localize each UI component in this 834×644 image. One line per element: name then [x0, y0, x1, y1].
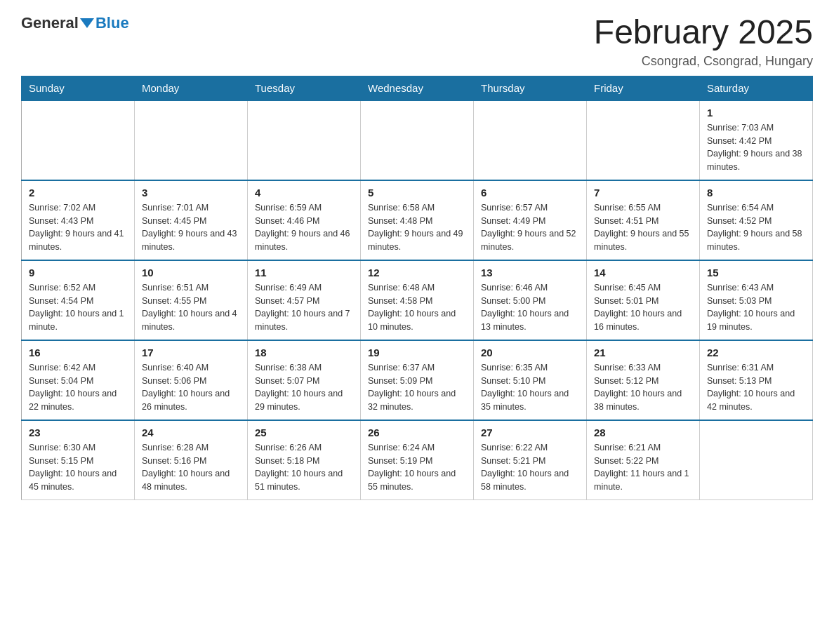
calendar-cell: 14Sunrise: 6:45 AMSunset: 5:01 PMDayligh… — [587, 260, 700, 340]
day-info: Sunrise: 6:40 AMSunset: 5:06 PMDaylight:… — [142, 361, 240, 414]
calendar-cell: 10Sunrise: 6:51 AMSunset: 4:55 PMDayligh… — [135, 260, 248, 340]
day-info: Sunrise: 6:45 AMSunset: 5:01 PMDaylight:… — [594, 281, 692, 334]
day-info: Sunrise: 6:38 AMSunset: 5:07 PMDaylight:… — [255, 361, 353, 414]
calendar-cell: 2Sunrise: 7:02 AMSunset: 4:43 PMDaylight… — [22, 180, 135, 260]
title-section: February 2025 Csongrad, Csongrad, Hungar… — [594, 14, 813, 69]
day-info: Sunrise: 6:28 AMSunset: 5:16 PMDaylight:… — [142, 441, 240, 494]
page-header: General Blue February 2025 Csongrad, Cso… — [21, 14, 813, 69]
location-label: Csongrad, Csongrad, Hungary — [594, 54, 813, 69]
calendar-cell: 22Sunrise: 6:31 AMSunset: 5:13 PMDayligh… — [700, 340, 813, 420]
day-number: 22 — [707, 347, 805, 358]
day-info: Sunrise: 6:30 AMSunset: 5:15 PMDaylight:… — [29, 441, 127, 494]
calendar-cell: 8Sunrise: 6:54 AMSunset: 4:52 PMDaylight… — [700, 180, 813, 260]
calendar-cell — [700, 420, 813, 500]
day-number: 3 — [142, 187, 240, 199]
day-info: Sunrise: 6:55 AMSunset: 4:51 PMDaylight:… — [594, 201, 692, 254]
calendar-cell — [22, 100, 135, 180]
day-info: Sunrise: 6:46 AMSunset: 5:00 PMDaylight:… — [481, 281, 579, 334]
week-row-1: 1Sunrise: 7:03 AMSunset: 4:42 PMDaylight… — [22, 100, 813, 180]
logo-general-text: General — [21, 14, 79, 32]
day-number: 10 — [142, 267, 240, 279]
calendar-cell — [587, 100, 700, 180]
day-info: Sunrise: 6:24 AMSunset: 5:19 PMDaylight:… — [368, 441, 466, 494]
calendar-cell: 15Sunrise: 6:43 AMSunset: 5:03 PMDayligh… — [700, 260, 813, 340]
calendar-cell: 1Sunrise: 7:03 AMSunset: 4:42 PMDaylight… — [700, 100, 813, 180]
day-number: 19 — [368, 347, 466, 358]
day-info: Sunrise: 6:21 AMSunset: 5:22 PMDaylight:… — [594, 441, 692, 494]
calendar-cell: 24Sunrise: 6:28 AMSunset: 5:16 PMDayligh… — [135, 420, 248, 500]
calendar-cell: 17Sunrise: 6:40 AMSunset: 5:06 PMDayligh… — [135, 340, 248, 420]
day-info: Sunrise: 6:42 AMSunset: 5:04 PMDaylight:… — [29, 361, 127, 414]
day-number: 11 — [255, 267, 353, 279]
weekday-header-tuesday: Tuesday — [248, 76, 361, 100]
day-number: 9 — [29, 267, 127, 279]
day-number: 18 — [255, 347, 353, 358]
day-number: 27 — [481, 427, 579, 438]
day-number: 8 — [707, 187, 805, 199]
day-number: 6 — [481, 187, 579, 199]
calendar-cell: 11Sunrise: 6:49 AMSunset: 4:57 PMDayligh… — [248, 260, 361, 340]
calendar-cell: 13Sunrise: 6:46 AMSunset: 5:00 PMDayligh… — [474, 260, 587, 340]
day-info: Sunrise: 6:59 AMSunset: 4:46 PMDaylight:… — [255, 201, 353, 254]
calendar-cell: 28Sunrise: 6:21 AMSunset: 5:22 PMDayligh… — [587, 420, 700, 500]
calendar-cell: 25Sunrise: 6:26 AMSunset: 5:18 PMDayligh… — [248, 420, 361, 500]
logo-blue-text: Blue — [95, 14, 129, 32]
day-info: Sunrise: 6:22 AMSunset: 5:21 PMDaylight:… — [481, 441, 579, 494]
day-info: Sunrise: 6:26 AMSunset: 5:18 PMDaylight:… — [255, 441, 353, 494]
day-number: 15 — [707, 267, 805, 279]
day-number: 7 — [594, 187, 692, 199]
day-number: 2 — [29, 187, 127, 199]
day-number: 12 — [368, 267, 466, 279]
calendar-cell — [361, 100, 474, 180]
day-info: Sunrise: 7:01 AMSunset: 4:45 PMDaylight:… — [142, 201, 240, 254]
calendar-cell: 20Sunrise: 6:35 AMSunset: 5:10 PMDayligh… — [474, 340, 587, 420]
calendar-cell — [135, 100, 248, 180]
day-number: 16 — [29, 347, 127, 358]
weekday-header-row: SundayMondayTuesdayWednesdayThursdayFrid… — [22, 76, 813, 100]
calendar-cell: 9Sunrise: 6:52 AMSunset: 4:54 PMDaylight… — [22, 260, 135, 340]
month-title: February 2025 — [594, 14, 813, 51]
calendar-table: SundayMondayTuesdayWednesdayThursdayFrid… — [21, 76, 813, 500]
calendar-cell: 7Sunrise: 6:55 AMSunset: 4:51 PMDaylight… — [587, 180, 700, 260]
calendar-cell: 4Sunrise: 6:59 AMSunset: 4:46 PMDaylight… — [248, 180, 361, 260]
weekday-header-wednesday: Wednesday — [361, 76, 474, 100]
day-info: Sunrise: 7:02 AMSunset: 4:43 PMDaylight:… — [29, 201, 127, 254]
calendar-cell: 16Sunrise: 6:42 AMSunset: 5:04 PMDayligh… — [22, 340, 135, 420]
calendar-cell: 27Sunrise: 6:22 AMSunset: 5:21 PMDayligh… — [474, 420, 587, 500]
day-number: 28 — [594, 427, 692, 438]
calendar-cell — [474, 100, 587, 180]
day-number: 17 — [142, 347, 240, 358]
day-info: Sunrise: 6:31 AMSunset: 5:13 PMDaylight:… — [707, 361, 805, 414]
day-number: 20 — [481, 347, 579, 358]
day-info: Sunrise: 6:43 AMSunset: 5:03 PMDaylight:… — [707, 281, 805, 334]
day-number: 26 — [368, 427, 466, 438]
day-number: 13 — [481, 267, 579, 279]
day-number: 25 — [255, 427, 353, 438]
day-info: Sunrise: 6:33 AMSunset: 5:12 PMDaylight:… — [594, 361, 692, 414]
day-info: Sunrise: 6:51 AMSunset: 4:55 PMDaylight:… — [142, 281, 240, 334]
weekday-header-sunday: Sunday — [22, 76, 135, 100]
day-info: Sunrise: 6:54 AMSunset: 4:52 PMDaylight:… — [707, 201, 805, 254]
day-number: 1 — [707, 107, 805, 119]
day-number: 4 — [255, 187, 353, 199]
calendar-cell: 6Sunrise: 6:57 AMSunset: 4:49 PMDaylight… — [474, 180, 587, 260]
calendar-cell — [248, 100, 361, 180]
week-row-5: 23Sunrise: 6:30 AMSunset: 5:15 PMDayligh… — [22, 420, 813, 500]
day-info: Sunrise: 6:37 AMSunset: 5:09 PMDaylight:… — [368, 361, 466, 414]
calendar-cell: 21Sunrise: 6:33 AMSunset: 5:12 PMDayligh… — [587, 340, 700, 420]
weekday-header-monday: Monday — [135, 76, 248, 100]
logo-triangle-icon — [80, 18, 94, 28]
day-number: 21 — [594, 347, 692, 358]
weekday-header-thursday: Thursday — [474, 76, 587, 100]
calendar-cell: 18Sunrise: 6:38 AMSunset: 5:07 PMDayligh… — [248, 340, 361, 420]
day-info: Sunrise: 6:49 AMSunset: 4:57 PMDaylight:… — [255, 281, 353, 334]
calendar-cell: 5Sunrise: 6:58 AMSunset: 4:48 PMDaylight… — [361, 180, 474, 260]
weekday-header-saturday: Saturday — [700, 76, 813, 100]
calendar-cell: 23Sunrise: 6:30 AMSunset: 5:15 PMDayligh… — [22, 420, 135, 500]
week-row-2: 2Sunrise: 7:02 AMSunset: 4:43 PMDaylight… — [22, 180, 813, 260]
day-info: Sunrise: 7:03 AMSunset: 4:42 PMDaylight:… — [707, 121, 805, 174]
day-info: Sunrise: 6:57 AMSunset: 4:49 PMDaylight:… — [481, 201, 579, 254]
day-number: 24 — [142, 427, 240, 438]
day-number: 23 — [29, 427, 127, 438]
day-number: 14 — [594, 267, 692, 279]
